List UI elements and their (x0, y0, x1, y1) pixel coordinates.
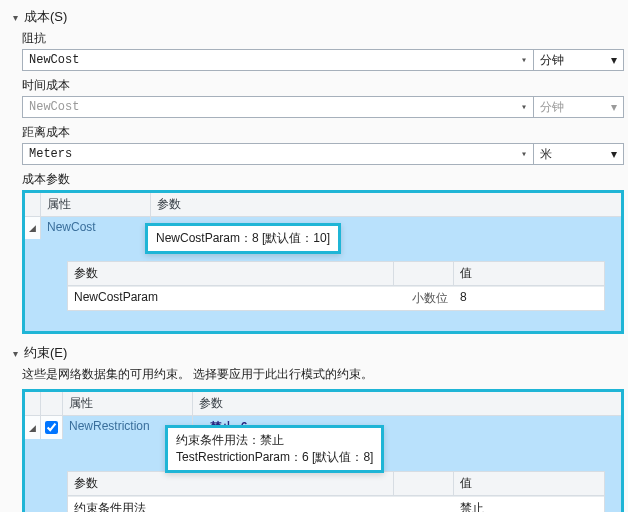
restriction-sub-header-val[interactable]: 值 (454, 472, 604, 495)
impedance-value: NewCost (29, 53, 79, 67)
restriction-grid: 属性 参数 ◢ NewRestriction ▾ 禁止, 6 (25, 392, 621, 512)
restriction-sub-row1-val[interactable]: 禁止 (454, 497, 604, 512)
restriction-description: 这些是网络数据集的可用约束。 选择要应用于此出行模式的约束。 (22, 366, 624, 383)
cost-params-label: 成本参数 (22, 171, 624, 188)
restriction-sub-header-type (394, 472, 454, 495)
impedance-combo[interactable]: NewCost ▾ (22, 49, 534, 71)
chevron-down-icon: ▾ (611, 147, 617, 161)
chevron-down-icon: ▾ (611, 53, 617, 67)
restriction-subgrid: 参数 值 约束条件用法 禁止 TestRestrictionParam 小数位 (67, 471, 605, 512)
cost-params-group: 成本参数 属性 参数 ◢ NewCost ▾ 8 (22, 171, 624, 334)
time-cost-group: 时间成本 NewCost ▾ 分钟 ▾ (22, 77, 624, 118)
restriction-checkbox-cell (41, 416, 63, 439)
restriction-header-param[interactable]: 参数 (193, 392, 621, 415)
cost-section-title: 成本(S) (24, 8, 67, 26)
distance-cost-unit-combo[interactable]: 米 ▾ (534, 143, 624, 165)
cost-sub-header-val[interactable]: 值 (454, 262, 604, 285)
impedance-group: 阻抗 NewCost ▾ 分钟 ▾ (22, 30, 624, 71)
impedance-unit-combo[interactable]: 分钟 ▾ (534, 49, 624, 71)
cost-header-param[interactable]: 参数 (151, 193, 621, 216)
restriction-sub-header-name[interactable]: 参数 (68, 472, 394, 495)
time-cost-value: NewCost (29, 100, 79, 114)
cost-sub-header-name[interactable]: 参数 (68, 262, 394, 285)
chevron-down-icon: ▾ (521, 148, 527, 160)
row-twisty-icon[interactable]: ◢ (25, 217, 41, 239)
impedance-unit: 分钟 (540, 52, 564, 69)
cost-header-attr[interactable]: 属性 (41, 193, 151, 216)
twisty-header (25, 392, 41, 415)
cost-tooltip: NewCostParam：8 [默认值：10] (145, 223, 341, 254)
cost-sub-row-type: 小数位 (394, 287, 454, 310)
restriction-tooltip-line2: TestRestrictionParam：6 [默认值：8] (176, 449, 373, 466)
check-header (41, 392, 63, 415)
distance-cost-value: Meters (29, 147, 72, 161)
restriction-sub-row1-name: 约束条件用法 (68, 497, 394, 512)
cost-tooltip-text: NewCostParam：8 [默认值：10] (156, 231, 330, 245)
cost-sub-row[interactable]: NewCostParam 小数位 8 (68, 286, 604, 310)
cost-section: ▾ 成本(S) 阻抗 NewCost ▾ 分钟 ▾ 时间成本 NewCost (4, 4, 624, 334)
time-cost-unit: 分钟 (540, 99, 564, 116)
restriction-section-title: 约束(E) (24, 344, 67, 362)
cost-sub-header-type (394, 262, 454, 285)
distance-cost-label: 距离成本 (22, 124, 624, 141)
chevron-down-icon: ▾ (10, 348, 20, 359)
restriction-sub-row-1[interactable]: 约束条件用法 禁止 (68, 496, 604, 512)
restriction-section-header[interactable]: ▾ 约束(E) (4, 340, 624, 366)
impedance-label: 阻抗 (22, 30, 624, 47)
cost-params-grid: 属性 参数 ◢ NewCost ▾ 8 NewCostParam：8 [默认值 (25, 193, 621, 331)
restriction-tooltip-line1: 约束条件用法：禁止 (176, 432, 373, 449)
time-cost-label: 时间成本 (22, 77, 624, 94)
restriction-tooltip: 约束条件用法：禁止 TestRestrictionParam：6 [默认值：8] (165, 425, 384, 473)
cost-sub-row-name: NewCostParam (68, 287, 394, 310)
twisty-header (25, 193, 41, 216)
cost-sub-row-val[interactable]: 8 (454, 287, 604, 310)
cost-section-header[interactable]: ▾ 成本(S) (4, 4, 624, 30)
row-twisty-icon[interactable]: ◢ (25, 416, 41, 439)
chevron-down-icon: ▾ (611, 100, 617, 114)
distance-cost-unit: 米 (540, 146, 552, 163)
distance-cost-combo[interactable]: Meters ▾ (22, 143, 534, 165)
chevron-down-icon: ▾ (521, 101, 527, 113)
time-cost-unit-combo[interactable]: 分钟 ▾ (534, 96, 624, 118)
restriction-section: ▾ 约束(E) 这些是网络数据集的可用约束。 选择要应用于此出行模式的约束。 属… (4, 340, 624, 512)
cost-row-attr: NewCost (41, 217, 151, 239)
time-cost-combo[interactable]: NewCost ▾ (22, 96, 534, 118)
cost-subgrid: 参数 值 NewCostParam 小数位 8 (67, 261, 605, 311)
chevron-down-icon: ▾ (10, 12, 20, 23)
distance-cost-group: 距离成本 Meters ▾ 米 ▾ (22, 124, 624, 165)
restriction-checkbox[interactable] (45, 421, 58, 434)
chevron-down-icon: ▾ (521, 54, 527, 66)
restriction-sub-row1-type (394, 497, 454, 512)
restriction-header-attr[interactable]: 属性 (63, 392, 193, 415)
